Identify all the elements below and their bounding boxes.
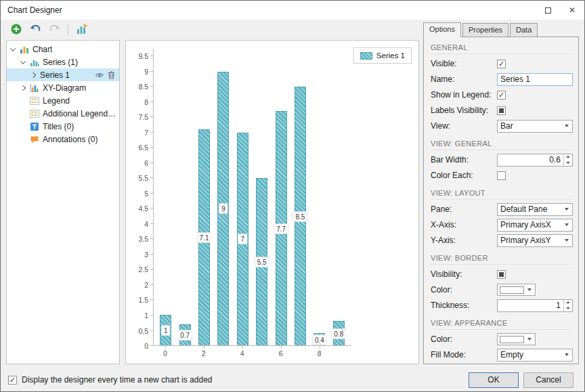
tab-properties[interactable]: Properties [462,23,508,37]
y-axis-dropdown[interactable]: Primary AxisY [497,234,573,247]
border-visibility-checkbox[interactable] [497,270,506,279]
pane-dropdown[interactable]: Default Pane [497,203,573,216]
option-label: Show in Legend: [431,90,497,100]
x-axis-dropdown[interactable]: Primary AxisX [497,219,573,232]
legend-label: Series 1 [376,51,405,60]
color-each-checkbox[interactable] [497,171,506,180]
dropdown-value: Empty [500,350,565,360]
option-label: Fill Mode: [431,350,497,360]
tree-item-legend[interactable]: Legend [7,94,119,107]
x-axis-tick-label: 4 [240,349,244,357]
option-row-pane: Pane:Default Pane [431,202,573,217]
x-axis-tick [320,346,320,349]
color-swatch [500,336,524,343]
display-designer-checkbox[interactable]: ✓ [8,376,17,385]
section-header-view-border: VIEW: BORDER [431,254,571,265]
close-button[interactable]: ✕ [560,1,584,20]
bar[interactable]: 7.1 [198,129,210,345]
chevron-down-icon [565,353,569,356]
redo-button[interactable] [45,22,63,38]
tree-item-chart[interactable]: Chart [7,43,119,56]
tree-item-additional-legends[interactable]: Additional Legends (0) [7,107,119,120]
dialog-footer: ✓ Display the designer every time a new … [1,368,584,391]
spin-value: 0.6 [498,154,563,166]
y-axis-tick-label: 4 [144,220,148,228]
option-control [497,284,573,296]
plot-area: 10.77.1975.57.78.50.40.8 [153,49,351,346]
show-in-legend-checkbox[interactable]: ✓ [497,91,506,100]
tree-item-label: Series 1 [40,70,70,80]
spin-down-icon[interactable] [564,160,572,166]
bar[interactable]: 7.7 [276,111,287,345]
ok-button[interactable]: OK [469,372,519,388]
option-label: Color Each: [431,171,497,180]
spin-up-icon[interactable] [564,300,572,306]
x-axis-tick [165,346,166,349]
y-axis-tick-label: 7.5 [138,113,148,121]
tree-item-series-1[interactable]: Series 1 [7,68,119,81]
tree-item-label: Legend [43,96,70,106]
undo-button[interactable] [26,22,44,38]
spin-up-icon[interactable] [564,154,572,160]
y-axis-tick-label: 6.5 [138,144,148,152]
option-row-y-axis: Y-Axis:Primary AxisY [431,233,573,248]
bar[interactable]: 5.5 [256,178,267,345]
fill-mode-dropdown[interactable]: Empty [497,349,573,362]
option-label: Color: [431,285,497,295]
bar-value-label: 1 [161,326,171,336]
dropdown-value: Primary AxisY [500,236,565,245]
option-control [497,333,573,345]
bar[interactable]: 1 [160,315,171,345]
labels-visibility-checkbox[interactable] [497,106,506,115]
tree-item-label: Titles (0) [43,122,74,131]
tree-item-titles[interactable]: Titles (0) [7,120,119,133]
tree-item-annotations[interactable]: Annotations (0) [7,133,119,146]
option-control: Primary AxisX [497,219,573,232]
titlebar[interactable]: Chart Designer ✕ [1,1,584,20]
chevron-down-icon[interactable] [10,45,16,51]
cancel-button[interactable]: Cancel [523,372,573,388]
chevron-down-icon[interactable] [20,58,26,64]
bar-value-label: 0.7 [177,330,192,340]
spin-down-icon[interactable] [564,305,572,311]
bar[interactable]: 0.4 [313,333,325,345]
bar-width-spinner[interactable]: 0.6 [497,154,573,167]
options-panel: GENERALVisible:✓Name:Series 1Show in Leg… [423,37,579,364]
bar[interactable]: 8.5 [295,87,306,345]
chevron-right-icon[interactable] [30,72,36,77]
series-name-input[interactable]: Series 1 [497,73,573,86]
chart-type-button[interactable] [73,22,91,38]
thickness-spinner[interactable]: 1 [497,299,573,312]
tab-options[interactable]: Options [423,22,461,37]
option-row-thickness: Thickness:1 [431,298,573,313]
chevron-down-icon [565,239,569,242]
maximize-button[interactable] [536,1,560,20]
visible-checkbox[interactable]: ✓ [497,60,506,68]
view-dropdown[interactable]: Bar [497,120,573,133]
option-control: ✓ [497,91,573,100]
chart-icon [20,45,29,54]
add-icon [10,23,22,37]
tab-data[interactable]: Data [510,23,538,37]
option-label: Thickness: [431,301,497,310]
border-color-picker[interactable] [497,284,536,296]
eye-icon[interactable] [95,70,104,80]
add-pane-button[interactable] [7,22,25,38]
bar[interactable]: 0.7 [179,324,191,345]
x-axis-tick [281,346,282,349]
bar-value-label: 7 [238,234,248,244]
chevron-right-icon[interactable] [20,85,26,90]
chevron-down-icon [527,338,532,341]
maximize-icon [545,7,551,14]
bar[interactable]: 9 [217,72,229,345]
appearance-color-picker[interactable] [497,333,536,345]
spin-value: 1 [498,300,563,311]
option-row-series-name: Name:Series 1 [431,72,573,87]
tree-item-series-group[interactable]: Series (1) [7,56,119,68]
tree-item-label: Series (1) [43,58,78,67]
option-label: Color: [431,334,497,344]
trash-icon[interactable] [107,70,116,80]
bar[interactable]: 0.8 [333,321,345,345]
tree-item-xy-diagram[interactable]: XY-Diagram [7,81,119,94]
bar[interactable]: 7 [237,133,248,345]
